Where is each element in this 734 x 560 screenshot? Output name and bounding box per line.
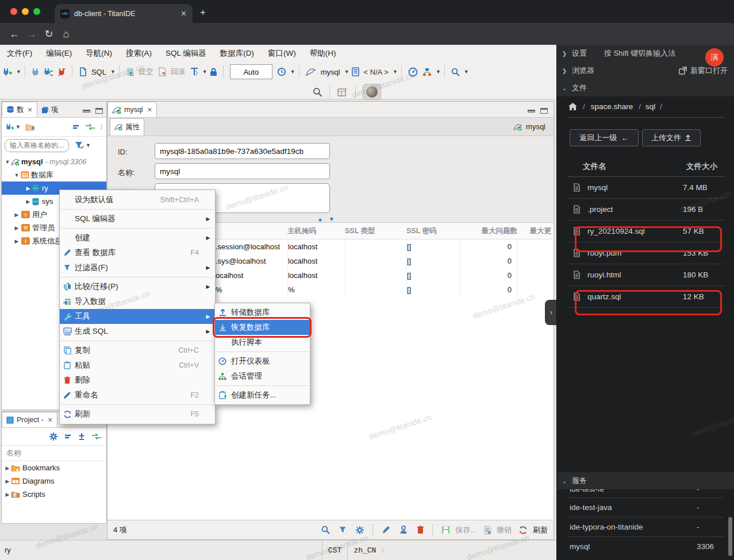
maximize-view-icon[interactable] [95,108,103,114]
sql-editor-label[interactable]: SQL [91,68,106,76]
menu-edit[interactable]: 编辑(E) [39,48,79,59]
submenu-item-open-dashboard[interactable]: 打开仪表板 [215,354,310,369]
save-button[interactable]: 保存... [455,525,476,535]
tab-database-navigator[interactable]: 数 ✕ [2,102,37,117]
minimize-window-button[interactable] [22,8,29,15]
close-window-button[interactable] [10,8,17,15]
file-row[interactable]: ruoyi.html 180 KB [567,264,724,286]
project-settings-gear-icon[interactable] [49,432,58,441]
new-folder-icon[interactable] [25,123,35,131]
upload-file-button[interactable]: 上传文件 [642,129,701,146]
file-row[interactable]: ruoyi.pdm 153 KB [567,242,724,264]
edit-cell-pencil-icon[interactable] [382,526,390,534]
service-row[interactable]: ide-typora-on-titanide - [567,517,724,537]
menu-item-refresh[interactable]: 刷新F5 [60,407,215,422]
rollback-button[interactable]: 回滚 [171,67,186,77]
sidebar-scrollbar-thumb[interactable] [728,517,732,556]
revert-button[interactable]: 撤销 [497,525,512,535]
service-row[interactable]: ide-test-java - [567,498,724,517]
menu-item-compare-migrate[interactable]: 比较/迁移(P)▶ [60,279,215,294]
files-section-header[interactable]: ⌄文件 [557,79,734,96]
sidebar-collapse-handle[interactable]: › [545,300,558,325]
submenu-item-dump-database[interactable]: 转储数据库 [215,305,310,320]
add-row-person-icon[interactable] [399,526,408,534]
database-dropdown-icon[interactable]: ▼ [344,69,349,75]
id-input[interactable] [155,143,330,159]
menu-item-sql-editor[interactable]: SQL 编辑器▶ [60,211,215,226]
file-row[interactable]: .project 196 B [567,199,724,221]
browser-section-header[interactable]: ❯浏览器 新窗口打开 [557,62,734,79]
back-icon[interactable]: ← [6,28,23,40]
quick-search-icon[interactable] [313,87,322,97]
commit-doc-icon[interactable] [126,67,134,76]
open-new-window-button[interactable]: 新窗口打开 [690,65,728,76]
transaction-mode-icon[interactable] [190,67,198,76]
filter-funnel-icon[interactable] [75,141,84,150]
forward-icon[interactable]: → [23,28,40,40]
home-icon[interactable] [568,103,577,110]
collapse-all-icon[interactable] [64,433,72,440]
crumb-space-share[interactable]: space.share [591,102,633,111]
menu-item-copy[interactable]: 复制Ctrl+C [60,343,215,358]
expand-all-icon[interactable] [78,432,86,441]
menu-database[interactable]: 数据库(D) [213,48,261,59]
tree-node-connection[interactable]: ▼ mysql - mysql:3306 [2,155,106,168]
menu-item-set-default[interactable]: 设为默认值Shift+Ctrl+A [60,192,215,207]
menu-item-delete[interactable]: 删除 [60,373,215,388]
isolation-combo[interactable]: Auto [230,64,272,79]
file-row[interactable]: mysql 7.4 MB [567,177,724,199]
grid-filter-icon[interactable] [339,526,347,534]
minimize-editor-icon[interactable] [528,110,535,113]
menu-item-tools[interactable]: 工具▶ [60,309,215,324]
col-host-mask[interactable]: 主机掩码 [287,226,345,236]
catalog-icon[interactable] [352,67,359,76]
tab-close-icon[interactable]: ✕ [48,416,53,424]
tree-node-databases[interactable]: ▼ 数据库 [2,168,106,181]
tab-project[interactable]: Project - ✕ [2,412,57,427]
new-tab-button[interactable]: + [200,7,206,18]
splitter-collapse-icons[interactable]: ▲ ▼ [317,216,335,222]
tree-node-bookmarks[interactable]: ▶ Bookmarks [2,461,106,474]
transaction-dropdown-icon[interactable]: ▼ [202,69,207,75]
menu-item-create[interactable]: 创建▶ [60,230,215,245]
service-row[interactable]: ide-test-fe - [567,489,724,498]
connect-icon[interactable] [32,68,39,76]
tree-node-diagrams[interactable]: ▶ Diagrams [2,474,106,488]
col-ssl-type[interactable]: SSL 类型 [345,226,406,236]
editor-tab-mysql[interactable]: mysql ✕ [107,102,157,117]
maximize-editor-icon[interactable] [540,108,548,114]
revert-doc-icon[interactable] [483,526,491,535]
tab-close-icon[interactable]: ✕ [147,106,152,114]
rollback-doc-icon[interactable] [158,67,166,76]
tab-close-icon[interactable]: ✕ [28,106,33,114]
dashboard-gauge-icon[interactable] [408,67,418,77]
menu-search[interactable]: 搜索(A) [119,48,159,59]
nav-new-connection-icon[interactable] [5,123,14,131]
network-dropdown-icon[interactable]: ▼ [436,69,441,75]
menu-item-generate-sql[interactable]: SQL 生成 SQL▶ [60,324,215,339]
menu-item-import-data[interactable]: 导入数据 [60,294,215,309]
submenu-item-restore-database[interactable]: 恢复数据库 [215,320,310,335]
demo-badge[interactable]: 演 [705,48,724,67]
autocommit-lock-icon[interactable] [210,68,217,76]
menu-file[interactable]: 文件(F) [0,48,39,59]
minimize-view-icon[interactable] [83,110,90,113]
file-row-highlighted[interactable]: quartz.sql 12 KB [567,286,724,308]
name-input[interactable] [155,163,330,179]
sql-dropdown-icon[interactable]: ▼ [110,69,116,75]
refresh-grid-icon[interactable] [518,526,528,535]
menu-navigate[interactable]: 导航(N) [79,48,119,59]
database-selector[interactable]: mysql [321,68,340,76]
user-avatar[interactable] [363,84,381,100]
zoom-window-button[interactable] [33,8,40,15]
schema-dropdown-icon[interactable]: ▼ [393,69,398,75]
reload-icon[interactable]: ↻ [40,28,57,40]
nav-connection-dropdown-icon[interactable]: ▼ [16,124,21,130]
browser-tab[interactable]: <t> db-client - TitanIDE ✕ [55,4,193,23]
perspective-icon[interactable] [337,87,348,97]
submenu-item-execute-script[interactable]: 执行脚本 [215,335,310,350]
link-with-editor-icon[interactable] [91,433,102,440]
schema-selector[interactable]: < N/A > [364,68,389,76]
submenu-item-create-task[interactable]: 创建新任务... [215,388,310,403]
col-ssl-cipher[interactable]: SSL 密码 [406,226,460,236]
